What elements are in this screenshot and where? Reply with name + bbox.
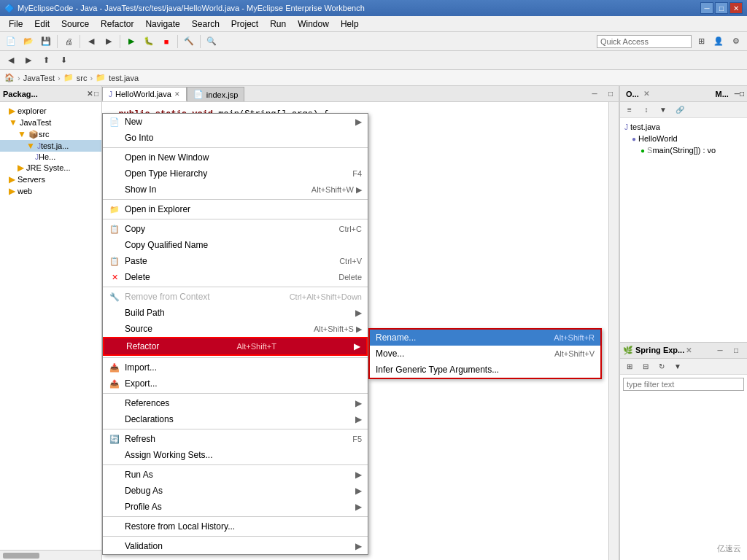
spring-tb2[interactable]: ⊟ [638,358,654,374]
cm-copy[interactable]: 📋 Copy Ctrl+C [103,221,368,237]
tab-helloworld[interactable]: J HelloWorld.java ✕ [102,87,187,101]
spring-tb4[interactable]: ▼ [670,358,686,374]
cm-debug-as[interactable]: Debug As ▶ [103,483,368,499]
outline-tab-x[interactable]: ✕ [643,90,649,98]
tb2-btn2[interactable]: ▶ [20,52,36,69]
cm-declarations[interactable]: Declarations ▶ [103,411,368,427]
settings-button[interactable]: ⚙ [728,34,744,50]
menu-refactor[interactable]: Refactor [95,16,139,31]
close-button[interactable]: ✕ [729,2,743,14]
maximize-panel-button[interactable]: □ [94,90,98,98]
cm-validation[interactable]: Validation ▶ [103,538,368,554]
tree-item-src[interactable]: ▼ 📦 src [0,128,101,140]
outline-minimize[interactable]: ─ [735,90,740,98]
bc-src[interactable]: src [77,74,88,82]
spring-tb3[interactable]: ↻ [654,358,670,374]
print-button[interactable]: 🖨 [61,34,77,50]
spring-close[interactable]: ✕ [686,346,692,354]
menu-source[interactable]: Source [55,16,95,31]
menu-edit[interactable]: Edit [28,16,55,31]
quick-access-box[interactable]: Quick Access [597,35,692,48]
maximize-button[interactable]: □ [715,2,728,14]
minimize-button[interactable]: ─ [700,2,713,14]
tree-item-jre[interactable]: ▶ JRE Syste... [0,162,101,174]
menu-help[interactable]: Help [335,16,365,31]
spring-tb1[interactable]: ⊞ [622,358,638,374]
outline-item-main[interactable]: ● S main(String[]) : vo [623,144,744,156]
menu-file[interactable]: File [3,16,28,31]
cm-source[interactable]: Source Alt+Shift+S ▶ [103,321,368,337]
back-button[interactable]: ◀ [83,34,99,50]
minimize-panel-button[interactable]: ✕ [87,90,93,98]
spring-minimize[interactable]: ─ [712,342,728,358]
editor-minimize[interactable]: ─ [587,85,603,101]
cm-restore-history[interactable]: Restore from Local History... [103,518,368,534]
cm-references[interactable]: References ▶ [103,395,368,411]
scrollbar-thumb[interactable] [3,553,39,559]
cm-delete[interactable]: ✕ Delete Delete [103,269,368,285]
stop-button[interactable]: ■ [158,34,174,50]
tree-item-testjava[interactable]: ▼ J test.ja... [0,140,101,152]
outline-sort[interactable]: ↕ [638,102,654,118]
cm-refresh[interactable]: 🔄 Refresh F5 [103,431,368,447]
user-button[interactable]: 👤 [711,34,727,50]
open-button[interactable]: 📂 [20,34,36,50]
tb2-btn4[interactable]: ⬇ [55,52,71,69]
cm-run-as[interactable]: Run As ▶ [103,467,368,483]
forward-button[interactable]: ▶ [101,34,117,50]
menu-window[interactable]: Window [292,16,335,31]
new-button[interactable]: 📄 [3,34,19,50]
menu-navigate[interactable]: Navigate [139,16,185,31]
rsm-rename[interactable]: Rename... Alt+Shift+R [370,330,600,346]
save-button[interactable]: 💾 [38,34,54,50]
outline-filter[interactable]: ▼ [655,102,671,118]
tree-item-web[interactable]: ▶ web [0,185,101,197]
cm-profile-as[interactable]: Profile As ▶ [103,499,368,515]
cm-gointo[interactable]: Go Into [103,130,368,146]
tab-close-helloworld[interactable]: ✕ [174,90,180,98]
cm-open-new-window[interactable]: Open in New Window [103,149,368,166]
build-button[interactable]: 🔨 [181,34,197,50]
run-button[interactable]: ▶ [123,34,139,50]
tree-item-javatest[interactable]: ▼ JavaTest [0,117,101,128]
cm-import[interactable]: 📥 Import... [103,359,368,376]
cm-new[interactable]: 📄 New ▶ [103,114,368,130]
cm-refactor[interactable]: Refactor Alt+Shift+T ▶ [103,337,368,356]
tree-item-explorer[interactable]: ▶ explorer [0,105,101,117]
debug-button[interactable]: 🐛 [141,34,157,50]
perspective-button[interactable]: ⊞ [693,34,709,50]
outline-link[interactable]: 🔗 [672,102,688,118]
editor-scrollbar[interactable] [608,102,619,560]
bc-javatest[interactable]: JavaTest [23,74,55,82]
outline-tab-o[interactable]: O... [623,90,642,98]
cm-open-in-explorer[interactable]: 📁 Open in Explorer [103,201,368,217]
tb2-btn3[interactable]: ⬆ [38,52,54,69]
cm-assign-working-sets[interactable]: Assign Working Sets... [103,447,368,463]
search-button[interactable]: 🔍 [204,34,220,50]
cm-build-path[interactable]: Build Path ▶ [103,305,368,321]
cm-open-type-hierarchy[interactable]: Open Type Hierarchy F4 [103,166,368,182]
outline-collapse[interactable]: ≡ [622,102,638,118]
outline-item-helloworld[interactable]: ● HelloWorld [623,133,744,144]
rsm-move[interactable]: Move... Alt+Shift+V [370,346,600,362]
cm-paste[interactable]: 📋 Paste Ctrl+V [103,253,368,269]
tb2-btn1[interactable]: ◀ [3,52,19,69]
tree-item-servers[interactable]: ▶ Servers [0,174,101,185]
spring-filter-input[interactable] [623,378,744,391]
menu-search[interactable]: Search [186,16,225,31]
cm-export[interactable]: 📤 Export... [103,376,368,392]
cm-show-in[interactable]: Show In Alt+Shift+W ▶ [103,182,368,198]
spring-maximize[interactable]: □ [728,342,744,358]
tree-item-helloworld[interactable]: J He... [0,152,101,162]
outline-item-testjava[interactable]: J test.java [623,121,744,133]
outline-tab-m[interactable]: M... [713,90,732,98]
menu-run[interactable]: Run [264,16,292,31]
outline-maximize[interactable]: □ [740,90,744,98]
cm-remove-context[interactable]: 🔧 Remove from Context Ctrl+Alt+Shift+Dow… [103,289,368,305]
cm-copy-qualified[interactable]: Copy Qualified Name [103,237,368,253]
tab-indexjsp[interactable]: 📄 index.jsp [187,87,244,101]
rsm-infer-generic[interactable]: Infer Generic Type Arguments... [370,362,600,378]
bc-file[interactable]: test.java [109,74,139,82]
editor-maximize[interactable]: □ [603,85,619,101]
menu-project[interactable]: Project [225,16,264,31]
